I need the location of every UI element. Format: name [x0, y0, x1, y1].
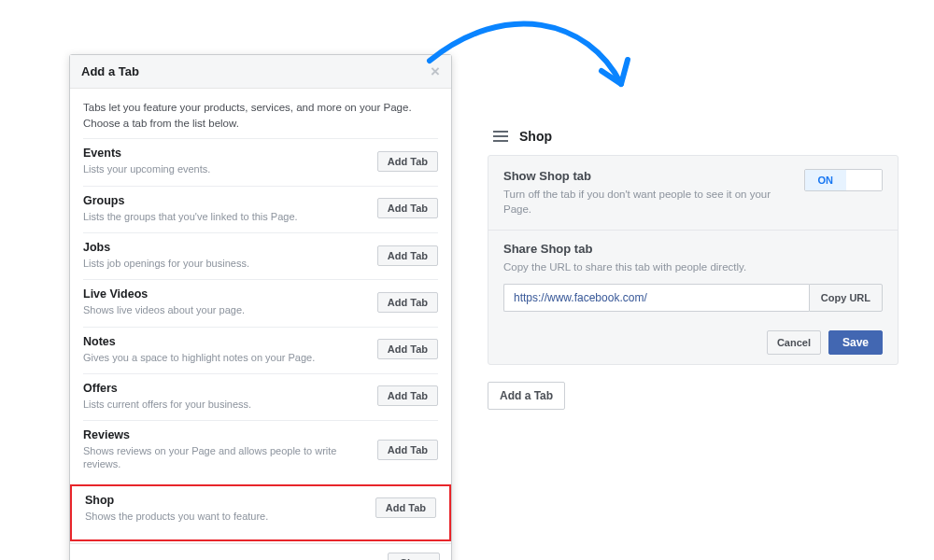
add-tab-dialog: Add a Tab × Tabs let you feature your pr… — [69, 54, 452, 560]
tab-name: Notes — [83, 335, 370, 348]
share-url-input[interactable] — [503, 284, 809, 312]
tab-desc: Lists the groups that you've linked to t… — [83, 210, 370, 223]
tab-row-shop-highlighted: Shop Shows the products you want to feat… — [70, 484, 451, 541]
cancel-button[interactable]: Cancel — [767, 330, 821, 355]
shop-settings-card: Show Shop tab Turn off the tab if you do… — [488, 155, 899, 365]
close-button[interactable]: Close — [388, 553, 440, 560]
tab-name: Shop — [85, 494, 368, 507]
share-tab-desc: Copy the URL to share this tab with peop… — [503, 259, 883, 274]
add-tab-button[interactable]: Add Tab — [377, 245, 438, 266]
add-a-tab-button[interactable]: Add a Tab — [488, 382, 565, 410]
divider — [488, 230, 898, 231]
add-tab-button[interactable]: Add Tab — [377, 198, 438, 218]
add-tab-button[interactable]: Add Tab — [377, 440, 438, 460]
tab-desc: Lists current offers for your business. — [83, 398, 370, 411]
save-button[interactable]: Save — [828, 330, 883, 355]
add-tab-button[interactable]: Add Tab — [377, 385, 438, 406]
tab-row-offers: Offers Lists current offers for your bus… — [83, 373, 438, 420]
tab-row-live-videos: Live Videos Shows live videos about your… — [83, 279, 438, 326]
tab-desc: Shows live videos about your page. — [83, 303, 370, 316]
tab-name: Events — [83, 147, 370, 160]
reorder-icon[interactable] — [491, 129, 510, 144]
tab-desc: Shows reviews on your Page and allows pe… — [83, 444, 370, 471]
dialog-body: Tabs let you feature your products, serv… — [70, 89, 451, 543]
tab-desc: Gives you a space to highlight notes on … — [83, 351, 370, 364]
dialog-header: Add a Tab × — [70, 55, 451, 89]
tab-row-reviews: Reviews Shows reviews on your Page and a… — [83, 420, 438, 481]
tab-desc: Lists job openings for your business. — [83, 257, 370, 270]
tab-row-events: Events Lists your upcoming events. Add T… — [83, 138, 438, 185]
arrow-annotation-icon — [411, 9, 654, 131]
tab-desc: Shows the products you want to feature. — [85, 510, 368, 523]
tab-row-notes: Notes Gives you a space to highlight not… — [83, 327, 438, 373]
copy-url-button[interactable]: Copy URL — [809, 284, 883, 312]
add-tab-button[interactable]: Add Tab — [377, 151, 438, 172]
tab-name: Live Videos — [83, 287, 370, 301]
tab-name: Reviews — [83, 428, 370, 441]
toggle-state: ON — [805, 170, 847, 190]
show-tab-desc: Turn off the tab if you don't want peopl… — [503, 187, 793, 217]
dialog-title: Add a Tab — [81, 64, 139, 78]
tab-row-groups: Groups Lists the groups that you've link… — [83, 186, 438, 232]
panel-title: Shop — [519, 129, 552, 144]
tab-name: Offers — [83, 382, 370, 395]
share-tab-title: Share Shop tab — [503, 242, 883, 256]
toggle-off-slot — [846, 170, 882, 190]
add-tab-button[interactable]: Add Tab — [375, 497, 436, 518]
dialog-footer: Close — [70, 543, 451, 560]
tab-desc: Lists your upcoming events. — [83, 162, 370, 175]
add-tab-button[interactable]: Add Tab — [377, 292, 438, 313]
show-tab-toggle[interactable]: ON — [804, 169, 884, 191]
show-tab-title: Show Shop tab — [503, 169, 793, 183]
tab-name: Groups — [83, 194, 370, 207]
panel-header: Shop — [488, 123, 899, 155]
tab-name: Jobs — [83, 241, 370, 254]
tab-row-jobs: Jobs Lists job openings for your busines… — [83, 232, 438, 279]
shop-settings-panel: Shop Show Shop tab Turn off the tab if y… — [488, 123, 899, 410]
dialog-intro: Tabs let you feature your products, serv… — [83, 100, 438, 131]
add-tab-button[interactable]: Add Tab — [377, 339, 438, 359]
